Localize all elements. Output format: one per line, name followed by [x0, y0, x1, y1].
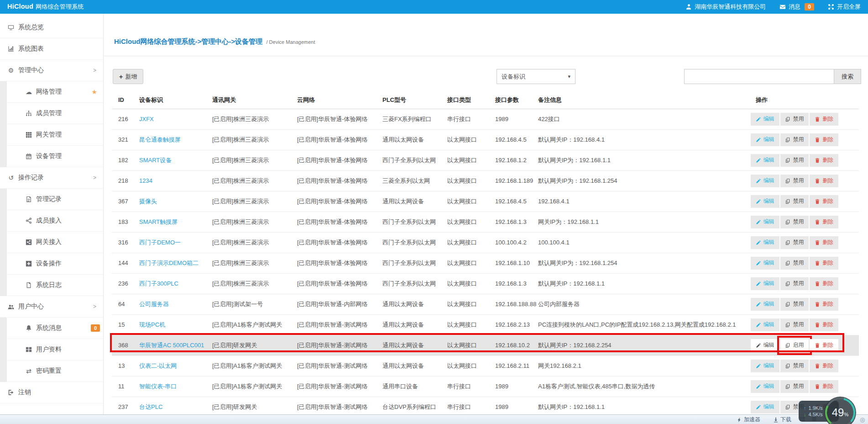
sidebar-item-password-reset[interactable]: ⇄密码重置 [7, 360, 103, 382]
sidebar-item-label: 注销 [18, 388, 31, 397]
interface-param-cell: 192.168.1.2 [495, 150, 538, 170]
sidebar-item-user-profile[interactable]: 用户资料 [7, 339, 103, 360]
delete-button[interactable]: 删除 [810, 339, 838, 352]
download-progress-widget[interactable]: 49% [824, 397, 856, 424]
device-name-link[interactable]: 西门子DEMO一 [139, 239, 181, 246]
disable-button[interactable]: 禁用 [780, 318, 809, 331]
delete-button[interactable]: 删除 [810, 133, 838, 146]
trash-icon [815, 302, 820, 307]
edit-button[interactable]: 编辑 [751, 298, 779, 311]
delete-button[interactable]: 删除 [810, 113, 838, 126]
delete-button[interactable]: 删除 [810, 298, 838, 311]
disable-button[interactable]: 禁用 [780, 257, 809, 270]
sidebar-item-network-management[interactable]: ☁网络管理★ [7, 81, 103, 103]
edit-button[interactable]: 编辑 [751, 257, 779, 270]
device-name-link[interactable]: 华辰智通AC 500PLC001 [139, 342, 204, 349]
device-name-link[interactable]: 西门子300PLC [139, 280, 178, 287]
device-name-link[interactable]: 仪表二-以太网 [139, 362, 177, 369]
sidebar-item-gateway-management[interactable]: 网关管理 [7, 124, 103, 146]
edit-button[interactable]: 编辑 [751, 318, 779, 331]
sidebar-item-member-management[interactable]: 成员管理 [7, 103, 103, 124]
delete-button[interactable]: 删除 [810, 277, 838, 290]
accelerator-button[interactable]: 加速器 [737, 416, 760, 424]
device-name-link[interactable]: 西门子演示DEMO箱二 [139, 260, 199, 266]
sidebar-item-device-operation[interactable]: 设备操作 [7, 253, 103, 275]
disable-button[interactable]: 禁用 [780, 154, 809, 167]
search-button[interactable]: 搜索 [834, 69, 861, 84]
disable-button[interactable]: 禁用 [780, 216, 809, 228]
sidebar-item-system-messages[interactable]: 系统消息0 [7, 318, 103, 339]
delete-button[interactable]: 删除 [810, 195, 838, 208]
delete-button[interactable]: 删除 [810, 175, 838, 187]
disable-button[interactable]: 禁用 [780, 113, 809, 126]
sidebar-item-operation-records[interactable]: ↺操作记录> [0, 167, 103, 189]
sidebar-item-member-access[interactable]: 成员接入 [7, 210, 103, 232]
device-name-link[interactable]: 昆仑通泰触摸屏 [139, 136, 181, 143]
enable-button[interactable]: 启用 [780, 339, 809, 352]
edit-button[interactable]: 编辑 [751, 175, 779, 187]
sidebar-item-management-center[interactable]: ⚙管理中心> [0, 60, 103, 81]
edit-button[interactable]: 编辑 [751, 277, 779, 290]
edit-button[interactable]: 编辑 [751, 380, 779, 393]
device-name-link[interactable]: 智能仪表-串口 [139, 383, 177, 390]
edit-button[interactable]: 编辑 [751, 216, 779, 228]
sidebar-item-system-logs[interactable]: 系统日志 [7, 275, 103, 296]
delete-button[interactable]: 删除 [810, 360, 838, 372]
search-input[interactable] [684, 69, 834, 84]
edit-button[interactable]: 编辑 [751, 339, 779, 352]
delete-button[interactable]: 删除 [810, 257, 838, 270]
device-name-link[interactable]: 公司服务器 [139, 301, 169, 307]
device-name-link[interactable]: JXFX [139, 116, 154, 122]
share-square-icon [26, 239, 32, 245]
device-name-link[interactable]: 现场PC机 [139, 321, 165, 328]
disable-button[interactable]: 禁用 [780, 195, 809, 208]
disable-button[interactable]: 禁用 [780, 133, 809, 146]
delete-button[interactable]: 删除 [810, 236, 838, 249]
edit-button[interactable]: 编辑 [751, 401, 779, 413]
add-device-button[interactable]: + 新增 [113, 69, 143, 84]
device-name-link[interactable]: 摄像头 [139, 198, 157, 205]
sidebar-item-gateway-access[interactable]: 网关接入 [7, 232, 103, 253]
sidebar-item-label: 成员管理 [36, 109, 62, 117]
messages-menu[interactable]: 消息 0 [779, 3, 814, 11]
edit-button[interactable]: 编辑 [751, 133, 779, 146]
edit-button[interactable]: 编辑 [751, 195, 779, 208]
delete-button[interactable]: 删除 [810, 154, 838, 167]
device-name-link[interactable]: 台达PLC [139, 403, 162, 410]
disable-button[interactable]: 禁用 [780, 236, 809, 249]
sidebar-item-user-center[interactable]: 用户中心> [0, 296, 103, 318]
filter-selected-value: 设备标识 [502, 73, 525, 81]
delete-button[interactable]: 删除 [810, 216, 838, 228]
device-name-cell: 智能仪表-串口 [139, 376, 212, 397]
delete-button[interactable]: 删除 [810, 380, 838, 393]
company-menu[interactable]: 湖南华辰智通科技有限公司 [685, 3, 766, 11]
sidebar-item-system-overview[interactable]: 系统总览 [0, 17, 103, 38]
sidebar-item-system-charts[interactable]: 系统图表 [0, 38, 103, 60]
filter-field-select[interactable]: 设备标识 ▾ [497, 69, 575, 84]
help-icon[interactable]: ◎ [860, 416, 865, 423]
remark-cell: 公司内部服务器 [538, 294, 751, 314]
device-name-link[interactable]: SMART设备 [139, 157, 172, 164]
download-button[interactable]: 下载 [773, 416, 791, 424]
favorite-star-icon[interactable]: ★ [91, 88, 97, 95]
pencil-icon [756, 281, 761, 286]
disable-button[interactable]: 禁用 [780, 277, 809, 290]
edit-button[interactable]: 编辑 [751, 154, 779, 167]
delete-button[interactable]: 删除 [810, 318, 838, 331]
edit-button[interactable]: 编辑 [751, 113, 779, 126]
device-name-link[interactable]: SMART触摸屏 [139, 218, 178, 225]
edit-button[interactable]: 编辑 [751, 360, 779, 372]
plc-model-cell: 三菱全系列以太网 [382, 170, 447, 191]
disable-button[interactable]: 禁用 [780, 298, 809, 311]
sidebar-item-logout[interactable]: 注销 [0, 382, 103, 403]
disable-button[interactable]: 禁用 [780, 175, 809, 187]
edit-button[interactable]: 编辑 [751, 236, 779, 249]
app-window: HiCloud网络综合管理系统 湖南华辰智通科技有限公司 消息 0 开启全屏 系… [0, 0, 868, 424]
sidebar-item-management-records[interactable]: 管理记录 [7, 189, 103, 210]
sidebar-item-device-management[interactable]: 设备管理 [7, 146, 103, 167]
disable-button[interactable]: 禁用 [780, 380, 809, 393]
device-name-link[interactable]: 1234 [139, 177, 152, 184]
plc-model-cell: 西门子全系列以太网 [382, 212, 447, 232]
disable-button[interactable]: 禁用 [780, 360, 809, 372]
fullscreen-button[interactable]: 开启全屏 [828, 3, 861, 11]
